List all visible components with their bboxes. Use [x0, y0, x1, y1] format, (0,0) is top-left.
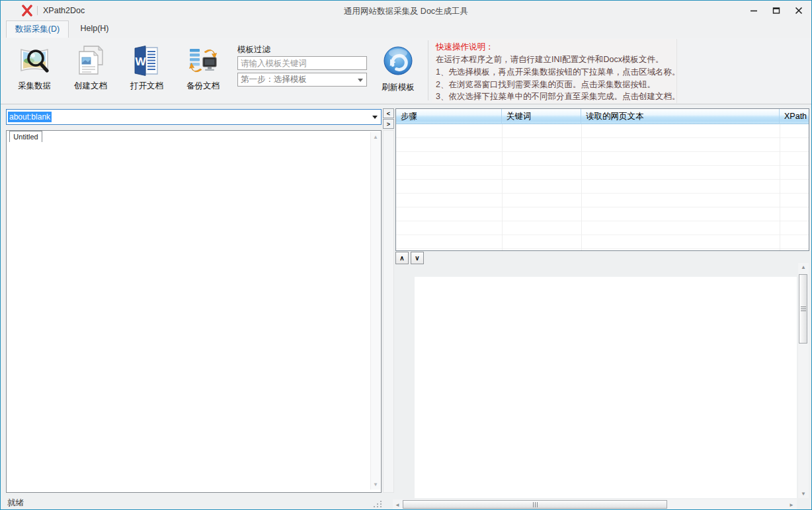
close-icon — [795, 7, 803, 15]
browser-panel: Untitled ▲ ▼ — [6, 130, 382, 493]
column-gridline — [780, 124, 780, 250]
chevron-down-icon — [358, 79, 363, 82]
column-header-xpath[interactable]: XPath — [780, 109, 809, 124]
steps-table[interactable]: 步骤 关键词 读取的网页文本 XPath — [395, 108, 809, 251]
template-filter-group-title: 模板过滤 — [237, 44, 270, 55]
combo-dropdown-icon[interactable] — [372, 116, 378, 119]
scroll-down-icon[interactable]: ▼ — [798, 491, 809, 497]
ribbon-separator — [428, 40, 428, 100]
browser-tab-untitled[interactable]: Untitled — [9, 131, 42, 142]
backup-doc-icon — [186, 44, 220, 78]
maximize-icon — [772, 7, 780, 15]
address-combobox[interactable]: about:blank — [6, 109, 382, 125]
create-doc-button[interactable]: 创建文档 — [63, 40, 118, 102]
vertical-splitter[interactable] — [383, 130, 394, 493]
table-row[interactable] — [396, 166, 809, 180]
collect-data-icon — [17, 44, 52, 78]
template-select-value: 第一步：选择模板 — [241, 74, 307, 85]
refresh-icon — [383, 46, 413, 76]
window-controls — [747, 1, 806, 20]
instructions-line: 2、在浏览器窗口找到需要采集的页面。点击采集数据按钮。 — [436, 79, 676, 91]
maximize-button[interactable] — [769, 3, 784, 18]
ribbon-toolbar: 采集数据 创建文档 W 打开文档 — [1, 38, 811, 104]
create-doc-icon — [73, 44, 108, 78]
ribbon-tab-strip: 数据采集(D) Help(H) — [1, 20, 811, 38]
table-row[interactable] — [396, 221, 809, 235]
quick-instructions-panel: 快速操作说明： 在运行本程序之前，请自行建立INI配置文件和Docx模板文件。 … — [432, 39, 677, 103]
column-header-keyword[interactable]: 关键词 — [502, 109, 581, 124]
resize-grip-icon[interactable] — [374, 501, 382, 509]
open-doc-label: 打开文档 — [130, 81, 163, 92]
panel-collapse-left-button[interactable]: < — [383, 108, 394, 118]
scroll-thumb-grip — [533, 502, 538, 507]
table-row[interactable] — [396, 194, 809, 207]
app-window: XPath2Doc 通用网站数据采集及 Doc生成工具 数据采集(D) Help… — [0, 0, 812, 510]
template-select-dropdown[interactable]: 第一步：选择模板 — [237, 73, 367, 87]
minimize-button[interactable] — [747, 3, 761, 18]
column-gridline — [502, 124, 503, 250]
title-bar: XPath2Doc 通用网站数据采集及 Doc生成工具 — [1, 1, 811, 20]
move-row-down-button[interactable]: ∨ — [411, 252, 424, 264]
steps-table-body — [396, 124, 809, 250]
open-doc-icon: W — [130, 44, 164, 78]
table-row[interactable] — [396, 124, 809, 138]
refresh-templates-label: 刷新模板 — [382, 82, 415, 93]
preview-vertical-scrollbar[interactable]: ▲ ▼ — [798, 263, 809, 498]
svg-text:W: W — [136, 55, 147, 68]
instructions-title: 快速操作说明： — [436, 41, 676, 54]
instructions-line: 3、依次选择下拉菜单中的不同部分直至采集完成。点击创建文档。 — [436, 91, 676, 103]
column-gridline — [581, 124, 582, 250]
refresh-templates-button[interactable]: 刷新模板 — [378, 40, 419, 102]
scroll-right-icon[interactable]: ► — [789, 502, 794, 508]
status-ready-label: 就绪 — [7, 497, 24, 509]
collect-data-button[interactable]: 采集数据 — [7, 40, 62, 102]
move-row-up-button[interactable]: ∧ — [395, 252, 409, 264]
create-doc-label: 创建文档 — [74, 81, 107, 92]
table-row[interactable] — [396, 235, 809, 249]
tab-help[interactable]: Help(H) — [69, 20, 120, 38]
collect-data-label: 采集数据 — [18, 81, 51, 92]
horizontal-scroll-thumb[interactable] — [403, 500, 667, 509]
browser-vertical-scrollbar[interactable]: ▲ ▼ — [370, 132, 380, 490]
instructions-line: 在运行本程序之前，请自行建立INI配置文件和Docx模板文件。 — [436, 54, 676, 66]
scroll-down-icon[interactable]: ▼ — [371, 482, 380, 488]
scroll-up-icon[interactable]: ▲ — [798, 264, 809, 270]
backup-doc-button[interactable]: 备份文档 — [175, 40, 231, 102]
address-value: about:blank — [8, 112, 52, 122]
scroll-thumb-grip — [801, 307, 806, 312]
panel-expand-right-button[interactable]: > — [383, 119, 394, 129]
table-row[interactable] — [396, 152, 809, 166]
close-button[interactable] — [792, 3, 806, 18]
vertical-scroll-thumb[interactable] — [799, 274, 807, 344]
template-keyword-input[interactable] — [237, 56, 367, 70]
window-title: 通用网站数据采集及 Doc生成工具 — [1, 6, 811, 17]
column-header-step[interactable]: 步骤 — [396, 109, 502, 124]
minimize-icon — [750, 7, 758, 15]
backup-doc-label: 备份文档 — [186, 81, 220, 92]
scroll-left-icon[interactable]: ◄ — [395, 502, 400, 508]
steps-table-header: 步骤 关键词 读取的网页文本 XPath — [396, 109, 809, 124]
document-preview-panel[interactable] — [415, 277, 797, 498]
instructions-line: 1、先选择模板，再点开采集数据按钮的下拉菜单，点击区域名称。 — [436, 66, 676, 79]
scroll-up-icon[interactable]: ▲ — [371, 134, 380, 140]
table-row[interactable] — [396, 180, 809, 194]
open-doc-button[interactable]: W 打开文档 — [119, 40, 175, 102]
table-row[interactable] — [396, 138, 809, 152]
table-row[interactable] — [396, 207, 809, 221]
preview-horizontal-scrollbar[interactable]: ◄ ► — [393, 499, 797, 510]
main-area: about:blank < > Untitled ▲ ▼ 就绪 — [1, 104, 811, 510]
tab-data-collection[interactable]: 数据采集(D) — [6, 20, 69, 38]
column-header-pagetext[interactable]: 读取的网页文本 — [581, 109, 780, 124]
